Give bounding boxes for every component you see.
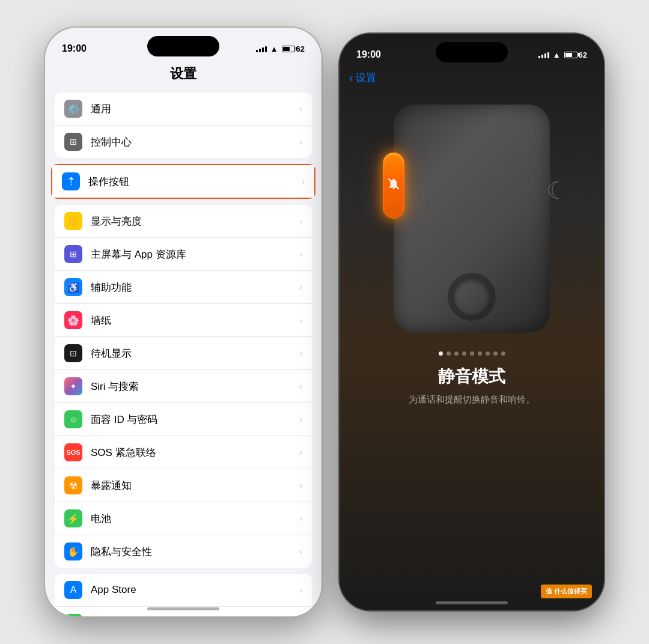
home-indicator xyxy=(147,607,219,610)
chevron-icon: › xyxy=(299,104,302,114)
exposure-label: 暴露通知 xyxy=(91,479,299,493)
settings-item-action-button[interactable]: ⇡ 操作按钮 › xyxy=(52,165,314,198)
general-label: 通用 xyxy=(91,102,299,116)
battery-label: 电池 xyxy=(91,512,299,526)
settings-group-display: ☀️ 显示与亮度 › ⊞ 主屏幕与 App 资源库 › ♿ 辅助功能 › 🌸 墙… xyxy=(55,205,312,568)
privacy-icon: ✋ xyxy=(64,542,82,560)
back-label: 设置 xyxy=(356,71,376,85)
dynamic-island-right xyxy=(436,42,508,62)
home-indicator-right xyxy=(436,601,508,604)
settings-item-general[interactable]: ⚙️ 通用 › xyxy=(55,93,312,126)
chevron-icon: › xyxy=(299,137,302,147)
general-icon: ⚙️ xyxy=(64,100,82,118)
signal-icon xyxy=(256,45,267,52)
appstore-icon: A xyxy=(64,581,82,599)
dynamic-island xyxy=(147,36,219,56)
action-button-item-wrapper: ⇡ 操作按钮 › xyxy=(51,164,315,199)
display-icon: ☀️ xyxy=(64,212,82,230)
dot-8 xyxy=(493,351,498,356)
battery-indicator: 62 xyxy=(282,44,305,53)
action-button-pill[interactable] xyxy=(383,153,404,219)
settings-screen: 19:00 ▲ 62 设置 ⚙️ 通用 xyxy=(45,28,321,616)
faceid-label: 面容 ID 与密码 xyxy=(91,413,299,427)
chevron-icon: › xyxy=(302,177,305,186)
dot-1 xyxy=(439,351,443,356)
right-phone: 19:00 ▲ 62 ‹ 设置 xyxy=(340,34,604,610)
settings-item-accessibility[interactable]: ♿ 辅助功能 › xyxy=(55,271,312,304)
sos-label: SOS 紧急联络 xyxy=(91,446,299,460)
silent-mode-desc: 为通话和提醒切换静音和响铃。 xyxy=(340,393,604,407)
accessibility-label: 辅助功能 xyxy=(91,281,299,294)
home-label: 主屏幕与 App 资源库 xyxy=(91,248,299,261)
action-button-label: 操作按钮 xyxy=(88,175,302,189)
battery-icon-item: ⚡ xyxy=(64,509,82,527)
status-icons-left: ▲ 62 xyxy=(256,44,305,53)
siri-icon: ✦ xyxy=(64,377,82,395)
display-label: 显示与亮度 xyxy=(91,214,299,228)
phone-body-graphic: ☾ xyxy=(394,105,550,333)
settings-group-general: ⚙️ 通用 › ⊞ 控制中心 › xyxy=(55,93,312,158)
standby-label: 待机显示 xyxy=(91,347,299,360)
settings-item-display[interactable]: ☀️ 显示与亮度 › xyxy=(55,205,312,238)
left-phone: 19:00 ▲ 62 设置 ⚙️ 通用 xyxy=(45,28,321,616)
settings-item-privacy[interactable]: ✋ 隐私与安全性 › xyxy=(55,535,312,568)
exposure-icon: ☢ xyxy=(64,476,82,494)
settings-item-appstore[interactable]: A App Store › xyxy=(55,574,312,607)
time-right: 19:00 xyxy=(356,49,381,60)
dot-2 xyxy=(446,351,451,356)
signal-icon-right xyxy=(538,51,549,58)
settings-item-control-center[interactable]: ⊞ 控制中心 › xyxy=(55,126,312,158)
action-button-illustration: ☾ xyxy=(340,90,604,342)
accessibility-icon: ♿ xyxy=(64,278,82,296)
home-icon: ⊞ xyxy=(64,245,82,263)
action-button-icon: ⇡ xyxy=(62,172,80,190)
dot-5 xyxy=(470,351,474,356)
appstore-label: App Store xyxy=(91,584,299,596)
settings-item-home[interactable]: ⊞ 主屏幕与 App 资源库 › xyxy=(55,238,312,271)
watermark: 值 什么值得买 xyxy=(541,585,592,598)
back-chevron-icon: ‹ xyxy=(349,71,353,85)
dot-6 xyxy=(478,351,482,356)
wallpaper-label: 墙纸 xyxy=(91,314,299,327)
dot-4 xyxy=(462,351,466,356)
dot-7 xyxy=(486,351,490,356)
bell-slash-icon xyxy=(387,177,400,194)
standby-icon: ⊡ xyxy=(64,344,82,362)
dot-3 xyxy=(454,351,459,356)
time-left: 19:00 xyxy=(62,43,87,54)
moon-icon: ☾ xyxy=(546,177,568,204)
wallet-icon: 💳 xyxy=(64,614,82,616)
control-center-icon: ⊞ xyxy=(64,133,82,151)
wifi-icon-right: ▲ xyxy=(553,50,561,59)
silent-mode-title: 静音模式 xyxy=(340,360,604,393)
page-dots xyxy=(340,342,604,360)
faceid-icon: ☺ xyxy=(64,410,82,428)
wallet-label: 钱包与 Apple Pay xyxy=(91,616,299,617)
settings-title: 设置 xyxy=(45,60,321,93)
back-button[interactable]: ‹ 设置 xyxy=(340,66,604,90)
action-button-screen: 19:00 ▲ 62 ‹ 设置 xyxy=(340,34,604,610)
settings-item-exposure[interactable]: ☢ 暴露通知 › xyxy=(55,469,312,502)
settings-item-faceid[interactable]: ☺ 面容 ID 与密码 › xyxy=(55,403,312,436)
wifi-icon: ▲ xyxy=(270,44,278,53)
settings-item-siri[interactable]: ✦ Siri 与搜索 › xyxy=(55,370,312,403)
battery-indicator-right: 62 xyxy=(564,50,587,59)
status-icons-right: ▲ 62 xyxy=(538,50,587,59)
dot-9 xyxy=(501,351,505,356)
settings-item-battery[interactable]: ⚡ 电池 › xyxy=(55,502,312,535)
control-center-label: 控制中心 xyxy=(91,135,299,149)
settings-item-wallpaper[interactable]: 🌸 墙纸 › xyxy=(55,304,312,337)
fingerprint-area xyxy=(448,273,496,321)
siri-label: Siri 与搜索 xyxy=(91,380,299,393)
wallpaper-icon: 🌸 xyxy=(64,311,82,329)
settings-item-sos[interactable]: SOS SOS 紧急联络 › xyxy=(55,436,312,469)
settings-item-standby[interactable]: ⊡ 待机显示 › xyxy=(55,337,312,370)
sos-icon: SOS xyxy=(64,443,82,461)
privacy-label: 隐私与安全性 xyxy=(91,545,299,559)
